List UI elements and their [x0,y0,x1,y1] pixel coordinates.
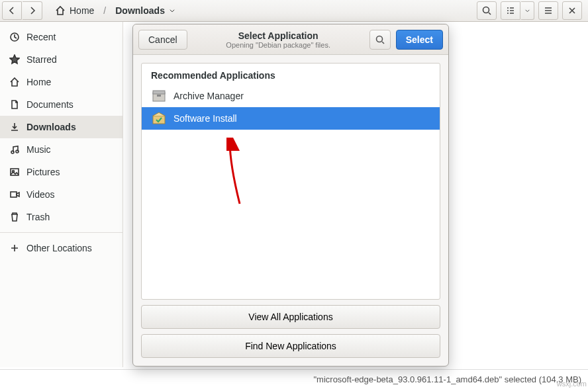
svg-rect-10 [157,95,161,97]
dialog-body: Recommended Applications Archive Manager… [133,55,448,366]
sidebar-item-starred[interactable]: Starred [0,48,122,71]
view-all-applications-button[interactable]: View All Applications [141,305,440,329]
svg-rect-11 [153,116,165,124]
annotation-arrow-icon [226,138,253,210]
select-label: Select [406,34,433,45]
video-icon [9,189,20,200]
download-icon [9,122,20,132]
sidebar-item-label: Downloads [26,122,76,132]
list-icon [505,5,516,16]
app-list-blank [142,130,440,299]
watermark: wsxj.com [557,380,587,388]
svg-point-7 [376,36,382,42]
breadcrumb: Home / Downloads [51,3,179,19]
view-list-button[interactable] [501,1,520,20]
chevron-left-icon [7,5,17,16]
star-icon [9,54,20,65]
home-icon [55,5,66,16]
music-icon [9,144,20,155]
chevron-right-icon [27,5,38,16]
forward-button[interactable] [23,1,42,20]
sidebar-item-trash[interactable]: Trash [0,206,122,228]
sidebar-item-label: Trash [26,212,50,222]
sidebar-item-other-locations[interactable]: Other Locations [0,237,122,259]
clock-icon [9,32,20,42]
sidebar-item-pictures[interactable]: Pictures [0,161,122,183]
archive-manager-icon [151,88,167,104]
sidebar-item-label: Home [26,77,51,87]
trash-icon [9,212,20,222]
svg-point-0 [483,7,489,13]
search-icon [481,5,492,16]
software-install-icon [151,110,167,126]
app-row-archive-manager[interactable]: Archive Manager [142,85,440,107]
find-new-label: Find New Applications [245,341,336,351]
breadcrumb-home[interactable]: Home [51,3,98,19]
dialog-search-button[interactable] [369,30,391,50]
breadcrumb-separator: / [103,5,106,16]
sidebar-item-label: Starred [26,54,57,65]
dialog-header: Cancel Select Application Opening "Debia… [133,24,448,55]
status-text: "microsoft-edge-beta_93.0.961.11-1_amd64… [313,374,581,384]
chevron-down-icon [169,7,175,14]
svg-point-3 [16,150,19,153]
dialog-title-area: Select Application Opening "Debian packa… [193,30,364,49]
select-button[interactable]: Select [396,30,443,50]
status-bar: "microsoft-edge-beta_93.0.961.11-1_amd64… [0,369,588,389]
app-row-label: Archive Manager [173,91,244,101]
sidebar-item-label: Pictures [26,167,60,177]
sidebar: Recent Starred Home Documents Downloads … [0,22,123,367]
dialog-title: Select Application [193,30,364,41]
app-row-label: Software Install [173,113,237,124]
svg-point-2 [11,151,14,153]
select-application-dialog: Cancel Select Application Opening "Debia… [132,24,449,367]
app-row-software-install[interactable]: Software Install [142,107,440,130]
find-new-applications-button[interactable]: Find New Applications [141,334,440,358]
sidebar-item-label: Videos [26,189,55,200]
recommended-header: Recommended Applications [142,64,440,85]
sidebar-item-label: Music [26,144,51,155]
svg-rect-6 [11,192,17,197]
sidebar-separator [0,232,122,233]
back-button[interactable] [2,1,22,20]
sidebar-item-recent[interactable]: Recent [0,26,122,48]
search-button[interactable] [477,1,497,20]
document-icon [9,99,20,110]
breadcrumb-current[interactable]: Downloads [111,3,179,19]
breadcrumb-home-label: Home [70,5,94,16]
nav-buttons [1,1,43,20]
plus-icon [9,243,20,253]
dialog-subtitle: Opening "Debian package" files. [193,41,364,49]
chevron-down-icon [524,5,530,16]
home-icon [9,77,20,87]
search-icon [375,34,385,45]
menu-button[interactable] [538,1,558,20]
sidebar-item-videos[interactable]: Videos [0,183,122,206]
view-mode-dropdown[interactable] [521,1,534,20]
view-mode-split [500,1,535,20]
sidebar-item-label: Documents [26,99,74,110]
sidebar-item-downloads[interactable]: Downloads [0,116,122,138]
cancel-label: Cancel [148,34,177,45]
sidebar-item-documents[interactable]: Documents [0,93,122,116]
sidebar-item-music[interactable]: Music [0,138,122,161]
hamburger-icon [543,5,554,16]
app-list-frame: Recommended Applications Archive Manager… [141,63,440,300]
view-all-label: View All Applications [248,312,332,322]
svg-rect-9 [153,91,165,94]
close-button[interactable] [562,1,582,20]
close-icon [567,5,577,16]
sidebar-item-label: Recent [26,32,56,42]
header-actions [476,1,587,20]
sidebar-item-label: Other Locations [26,243,92,253]
breadcrumb-current-label: Downloads [115,5,165,16]
header-bar: Home / Downloads [0,0,588,22]
sidebar-item-home[interactable]: Home [0,71,122,93]
picture-icon [9,167,20,177]
cancel-button[interactable]: Cancel [138,30,187,50]
